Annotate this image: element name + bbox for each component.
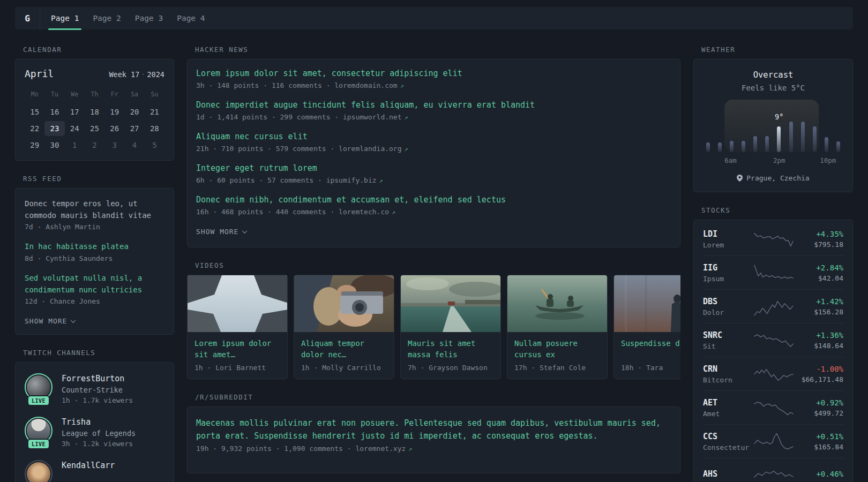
weather-bar [825, 137, 828, 152]
hn-story-title[interactable]: Donec imperdiet augue tincidunt felis al… [196, 100, 671, 111]
external-link-icon: ↗ [405, 114, 408, 121]
twitch-channel-row[interactable]: LIVE Trisha League of Legends 3h · 1.2k … [25, 417, 164, 448]
calendar-day: 1 [65, 138, 85, 153]
weather-bar [706, 142, 710, 152]
reddit-post-title[interactable]: Maecenas mollis pulvinar erat non posuer… [196, 417, 671, 442]
calendar-week-label: Week 17 [109, 70, 139, 79]
hn-show-more-button[interactable]: SHOW MORE [196, 228, 246, 236]
channel-category: League of Legends [62, 429, 136, 438]
calendar-day: 25 [85, 121, 104, 136]
weather-peak-temp: 9° [775, 112, 783, 121]
stock-values: +1.36% $148.64 [793, 331, 843, 350]
twitch-card: LIVE ForrestBurton Counter-Strike 1h · 1… [15, 362, 174, 482]
weather-bar [730, 141, 734, 152]
tab-page-4[interactable]: Page 4 [177, 7, 205, 29]
video-meta: 18h · Tara [621, 364, 680, 372]
tab-page-2[interactable]: Page 2 [93, 7, 121, 29]
hn-story: Integer eget rutrum lorem 6h · 60 points… [196, 163, 671, 184]
reddit-post-domain[interactable]: loremnet.xyz [355, 445, 406, 453]
stock-row[interactable]: IIG Ipsum +2.84% $42.04 [703, 255, 843, 289]
stocks-card: LDI Lorem +4.35% $795.18 IIG Ipsum [693, 220, 853, 482]
video-title[interactable]: Mauris sit amet massa felis [408, 338, 493, 360]
stock-sparkline [754, 330, 793, 350]
stock-name: Dolor [703, 308, 754, 317]
external-link-icon: ↗ [379, 177, 383, 184]
stock-row[interactable]: AHS +0.46% [703, 458, 843, 482]
video-info: Suspendisse diam 18h · Tara [614, 332, 680, 379]
channel-name: ForrestBurton [62, 374, 133, 383]
rss-item-title[interactable]: In hac habitasse platea [25, 241, 164, 253]
twitch-channel-row[interactable]: LIVE ForrestBurton Counter-Strike 1h · 1… [25, 373, 164, 404]
hn-story-title[interactable]: Donec enim nibh, condimentum et accumsan… [196, 194, 671, 206]
stock-price: $156.28 [793, 308, 843, 316]
stock-change: +2.84% [793, 263, 843, 272]
channel-info: KendallCarr [62, 460, 115, 482]
hn-story: Donec imperdiet augue tincidunt felis al… [196, 100, 671, 121]
stock-row[interactable]: CCS Consectetur +0.51% $165.84 [703, 424, 843, 458]
stock-row[interactable]: DBS Dolor +1.42% $156.28 [703, 289, 843, 323]
video-card[interactable]: Suspendisse diam 18h · Tara [613, 275, 680, 379]
stock-sparkline [754, 432, 793, 451]
calendar-day: 17 [65, 104, 85, 119]
video-meta: 1h · Molly Carrillo [301, 364, 387, 372]
hn-story-title[interactable]: Integer eget rutrum lorem [196, 163, 671, 174]
calendar-month: April [25, 68, 54, 79]
hn-story-meta: 16h · 468 points · 440 comments · loremt… [196, 208, 671, 216]
hn-story: Donec enim nibh, condimentum et accumsan… [196, 194, 671, 216]
hn-story-domain[interactable]: loremlandia.org [339, 145, 401, 153]
video-info: Mauris sit amet massa felis 7h · Grayson… [401, 332, 500, 379]
stock-price: $499.72 [793, 409, 843, 417]
video-title[interactable]: Aliquam tempor dolor nec pharetra… [301, 338, 387, 360]
stock-row[interactable]: AET Amet +0.92% $499.72 [703, 390, 843, 424]
calendar-weekday: Fr [104, 88, 124, 103]
stock-id: CRN Bitcorn [703, 364, 754, 384]
hn-story-title[interactable]: Aliquam nec cursus elit [196, 131, 671, 142]
weather-location: Prague, Czechia [746, 174, 809, 182]
video-card[interactable]: Nullam posuere cursus ex 17h · Stefan Co… [507, 275, 608, 379]
stock-row[interactable]: CRN Bitcorn -1.00% $66,171.48 [703, 357, 843, 390]
hn-story-domain[interactable]: loremdomain.com [334, 81, 397, 89]
app-logo[interactable]: G [15, 7, 40, 29]
rss-show-more-button[interactable]: SHOW MORE [25, 317, 75, 325]
video-card[interactable]: Aliquam tempor dolor nec pharetra… 1h · … [294, 275, 394, 379]
tab-page-1[interactable]: Page 1 [51, 7, 79, 29]
weather-bar [718, 142, 722, 152]
video-meta: 1h · Lori Barnett [194, 364, 280, 372]
chevron-down-icon [242, 228, 248, 234]
stock-price: $165.84 [793, 443, 843, 451]
avatar-ring [25, 460, 53, 482]
calendar-day: 3 [104, 138, 124, 153]
hn-story-title[interactable]: Lorem ipsum dolor sit amet, consectetur … [196, 68, 671, 79]
video-card[interactable]: Lorem ipsum dolor sit amet consectetu… 1… [187, 275, 288, 379]
calendar-day: 21 [145, 104, 164, 119]
rss-item-title[interactable]: Donec tempor eros leo, ut commodo mauris… [25, 198, 164, 221]
hackernews-section-title: HACKER NEWS [195, 46, 680, 54]
stock-row[interactable]: SNRC Sit +1.36% $148.64 [703, 323, 843, 357]
rss-item-title[interactable]: Sed volutpat nulla nisl, a condimentum n… [25, 273, 164, 296]
stock-price: $795.18 [793, 240, 843, 248]
stock-name: Amet [703, 410, 754, 418]
video-meta: 17h · Stefan Cole [514, 364, 600, 372]
weather-location-row: Prague, Czechia [706, 174, 841, 182]
reddit-post-meta: 19h · 9,932 points · 1,090 comments · lo… [196, 445, 671, 453]
video-title[interactable]: Suspendisse diam [621, 338, 680, 360]
video-title[interactable]: Lorem ipsum dolor sit amet consectetu… [194, 338, 280, 360]
stock-row[interactable]: LDI Lorem +4.35% $795.18 [703, 222, 843, 255]
stock-ticker: AET [703, 398, 754, 408]
calendar-day: 19 [104, 104, 124, 119]
weather-bar [765, 136, 769, 152]
channel-info: ForrestBurton Counter-Strike 1h · 1.7k v… [62, 373, 133, 404]
calendar-weekday: Tu [44, 88, 64, 103]
hn-story-domain[interactable]: ipsumworld.net [343, 113, 402, 121]
twitch-channel-row[interactable]: LIVE KendallCarr [25, 460, 164, 482]
tab-page-3[interactable]: Page 3 [135, 7, 163, 29]
stock-price: $42.04 [793, 274, 843, 282]
channel-name: KendallCarr [62, 461, 115, 470]
calendar-weekday: We [65, 88, 85, 103]
hn-story-domain[interactable]: loremtech.co [339, 208, 389, 216]
hn-story-domain[interactable]: ipsumify.biz [326, 176, 377, 184]
video-title[interactable]: Nullam posuere cursus ex [514, 338, 600, 360]
video-card[interactable]: Mauris sit amet massa felis 7h · Grayson… [400, 275, 501, 379]
stock-id: SNRC Sit [703, 330, 754, 350]
hn-meta-text: 16h · 468 points · 440 comments · [196, 208, 339, 216]
